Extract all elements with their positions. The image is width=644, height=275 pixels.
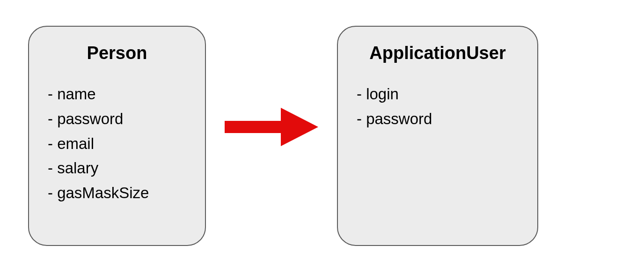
svg-rect-0	[225, 121, 285, 133]
diagram-container: Person - name - password - email - salar…	[0, 0, 644, 272]
attribute-item: - gasMaskSize	[48, 181, 186, 206]
attribute-item: - login	[357, 82, 519, 107]
class-box-person: Person - name - password - email - salar…	[28, 26, 206, 246]
attribute-item: - password	[357, 107, 519, 132]
attribute-list: - name - password - email - salary - gas…	[48, 82, 186, 206]
class-title: Person	[48, 43, 186, 63]
attribute-list: - login - password	[357, 82, 519, 132]
arrow-right-icon	[225, 105, 318, 148]
class-box-applicationuser: ApplicationUser - login - password	[337, 26, 538, 246]
attribute-item: - password	[48, 107, 186, 132]
attribute-item: - salary	[48, 156, 186, 181]
class-title: ApplicationUser	[357, 43, 519, 63]
attribute-item: - email	[48, 132, 186, 156]
svg-marker-1	[281, 108, 318, 146]
attribute-item: - name	[48, 82, 186, 107]
mapping-arrow	[225, 105, 318, 148]
